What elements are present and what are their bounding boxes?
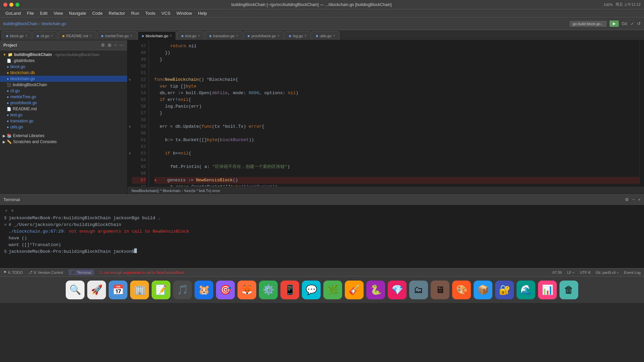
breadcrumb-func: NewBlockchain() * Blockchain: [131, 189, 180, 193]
dock-finder[interactable]: 🔍: [66, 281, 85, 299]
tree-utils-go[interactable]: ● utils.go: [0, 124, 127, 130]
terminal-line-3: · ./blockchain.go:67:29 : not enough arg…: [4, 228, 640, 235]
dock-launchpad[interactable]: 🚀: [87, 281, 106, 299]
minimize-button[interactable]: [9, 3, 13, 7]
status-todo[interactable]: ⚑ 6: TODO: [3, 270, 23, 275]
code-line-57: }: [154, 110, 639, 117]
tab-transation[interactable]: ■ transation.go ×: [205, 31, 243, 40]
sidebar-collapse-icon[interactable]: −: [114, 43, 117, 48]
dock-security[interactable]: 🔐: [495, 281, 514, 299]
tree-buildingblockchain[interactable]: ⬛ buildingBlockChain: [0, 82, 127, 88]
editor-scrollbar[interactable]: [639, 40, 644, 186]
menu-help[interactable]: Help: [195, 10, 210, 16]
tab-proofofwork[interactable]: ■ proofofwork.go ×: [243, 31, 284, 40]
fold-gutter: ▼ ▼ ▼: [127, 40, 132, 186]
tree-blockchain-db[interactable]: ● blockchain.db: [0, 70, 127, 76]
menu-edit[interactable]: Edit: [37, 10, 50, 16]
menu-window[interactable]: Window: [174, 10, 195, 16]
dock-excel[interactable]: 📊: [538, 281, 557, 299]
terminal-add-icon[interactable]: ＋: [4, 207, 8, 214]
dock-app5[interactable]: 🎸: [345, 281, 364, 299]
sidebar-more-icon[interactable]: ⋯: [119, 43, 124, 48]
dock-trash[interactable]: 🗑: [559, 281, 578, 299]
menu-navigate[interactable]: Navigate: [66, 10, 89, 16]
dock-app9[interactable]: 📦: [474, 281, 492, 299]
tree-external-libraries[interactable]: ▶ 📚 External Libraries: [0, 133, 127, 139]
maximize-button[interactable]: [15, 3, 19, 7]
terminal-content[interactable]: ＋ ✕ $ jacksondeMacBook-Pro:buildingBlock…: [0, 205, 644, 268]
code-line-64: [154, 157, 639, 164]
dock-app10[interactable]: 🌊: [517, 281, 535, 299]
dock-app3[interactable]: 📱: [280, 281, 299, 299]
menu-goland[interactable]: GoLand: [3, 10, 23, 16]
menu-file[interactable]: File: [24, 10, 37, 16]
tab-readme[interactable]: ■ README.md ×: [58, 31, 96, 40]
window-controls[interactable]: [3, 3, 19, 7]
tree-readme[interactable]: 📄 README.md: [0, 106, 127, 112]
tab-utils[interactable]: ■ utils.go ×: [312, 31, 339, 40]
git-refresh[interactable]: ↺: [637, 21, 641, 26]
dock-app1[interactable]: 🎯: [216, 281, 235, 299]
code-line-62: [154, 143, 639, 150]
tab-block-go[interactable]: ■ block.go ×: [2, 31, 32, 40]
close-button[interactable]: [3, 3, 7, 7]
menu-view[interactable]: View: [51, 10, 66, 16]
menu-vcs[interactable]: VCS: [159, 10, 173, 16]
dock-browser[interactable]: 🦊: [237, 281, 256, 299]
editor-tabs: ■ block.go × ■ cli.go × ■ README.md × ■ …: [0, 30, 644, 40]
dock-chat[interactable]: 💬: [302, 281, 321, 299]
tree-root-folder[interactable]: ▼ 📁 buildingBlockChain ~/go/src/building…: [0, 52, 127, 58]
event-log[interactable]: Event Log: [624, 270, 641, 275]
terminal-line-1: $ jacksondeMacBook-Pro:buildingBlockChai…: [4, 215, 640, 222]
sidebar-layout-icon[interactable]: ⊞: [108, 43, 111, 48]
tree-transation-go[interactable]: ● transation.go: [0, 118, 127, 124]
dock-app8[interactable]: 🎨: [452, 281, 471, 299]
code-editor[interactable]: return nil }) } func NewBlockchain() *Bl…: [149, 40, 639, 186]
tree-proofofwork-go[interactable]: ● proofofwork.go: [0, 100, 127, 106]
tree-gitattributes[interactable]: 📄 .gitattributes: [0, 58, 127, 64]
status-vcs[interactable]: ⎇ 9: Version Control: [28, 270, 63, 275]
dock-files[interactable]: 🗂: [409, 281, 428, 299]
tab-test[interactable]: ■ test.go ×: [177, 31, 204, 40]
dock-app6[interactable]: 🐍: [366, 281, 385, 299]
tab-merkle[interactable]: ■ merkleTree.go ×: [97, 31, 137, 40]
dock-notes[interactable]: 📝: [152, 281, 170, 299]
tree-cli-go[interactable]: ● cli.go: [0, 88, 127, 94]
menu-tools[interactable]: Tools: [143, 10, 158, 16]
tree-block-go[interactable]: ● block.go: [0, 64, 127, 70]
dock-app4[interactable]: 🌿: [323, 281, 342, 299]
tree-merkletree-go[interactable]: ● merkleTree.go: [0, 94, 127, 100]
tab-log[interactable]: ■ log.go ×: [284, 31, 311, 40]
code-line-55: if err!=nil{: [154, 97, 639, 103]
tree-test-go[interactable]: ● test.go: [0, 112, 127, 118]
menu-run[interactable]: Run: [128, 10, 142, 16]
status-terminal[interactable]: ⬛ Terminal: [68, 269, 94, 275]
menu-refactor[interactable]: Refactor: [106, 10, 128, 16]
dock-app2[interactable]: ⚙️: [259, 281, 278, 299]
tree-scratches[interactable]: ▶ ✏️ Scratches and Consoles: [0, 139, 127, 145]
dock-contacts[interactable]: 🏢: [130, 281, 149, 299]
dock-calendar[interactable]: 📅: [109, 281, 127, 299]
tree-blockchain-go[interactable]: ● blockchain.go: [0, 76, 127, 82]
dock-app7[interactable]: 💎: [388, 281, 407, 299]
dock-terminal[interactable]: 🖥: [431, 281, 449, 299]
sidebar-settings-icon[interactable]: ⚙: [101, 43, 105, 48]
dock-music[interactable]: 🎵: [173, 281, 192, 299]
statusbar: ⚑ 6: TODO ⎇ 9: Version Control ⬛ Termina…: [0, 268, 644, 276]
terminal-line-4: · have (): [4, 235, 640, 242]
dock-goland[interactable]: 🐹: [195, 281, 213, 299]
breadcrumb-project[interactable]: buildingBlockChain: [3, 21, 38, 26]
terminal-settings-icon[interactable]: ⚙: [625, 197, 629, 202]
terminal-remove-icon[interactable]: ✕: [11, 208, 14, 213]
git-check[interactable]: ✓: [631, 21, 634, 26]
terminal-minimize-icon[interactable]: −: [632, 197, 635, 202]
code-area[interactable]: ▼ ▼ ▼ 4748495051 5253545556 5758596061 6…: [127, 40, 644, 186]
run-config-button[interactable]: go build block.go...: [570, 21, 607, 27]
tab-cli-go[interactable]: ■ cli.go ×: [32, 31, 57, 40]
run-button[interactable]: ▶: [609, 20, 619, 27]
terminal-close-icon[interactable]: ×: [638, 197, 641, 202]
code-line-60: [154, 130, 639, 137]
menu-code[interactable]: Code: [90, 10, 105, 16]
tab-blockchain[interactable]: ■ blockchain.go ×: [138, 31, 176, 40]
breadcrumb-file[interactable]: blockchain.go: [42, 21, 66, 26]
